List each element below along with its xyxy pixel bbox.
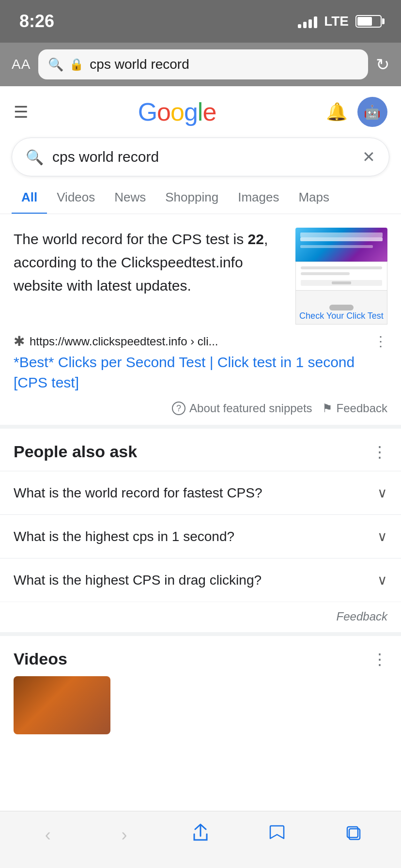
back-icon: ‹ bbox=[45, 825, 51, 845]
search-input[interactable]: cps world record bbox=[52, 149, 354, 165]
snippet-link[interactable]: *Best* Clicks per Second Test | Click te… bbox=[14, 352, 387, 393]
status-icons: LTE bbox=[298, 14, 382, 29]
paa-item-2[interactable]: What is the highest cps in 1 second? ∨ bbox=[0, 514, 401, 558]
feedback-icon: ⚑ bbox=[322, 402, 333, 415]
tabs-icon bbox=[344, 824, 362, 846]
url-lock-icon: 🔒 bbox=[69, 58, 84, 71]
browser-bar: AA 🔍 🔒 cps world record ↻ bbox=[0, 43, 401, 86]
paa-item-1[interactable]: What is the world record for fastest CPS… bbox=[0, 471, 401, 514]
videos-section: Videos ⋮ bbox=[0, 636, 401, 734]
paa-chevron-1: ∨ bbox=[377, 485, 387, 501]
people-also-ask-section: People also ask ⋮ What is the world reco… bbox=[0, 429, 401, 636]
hamburger-icon[interactable]: ☰ bbox=[14, 102, 28, 122]
video-thumbnail-1[interactable] bbox=[14, 676, 110, 734]
bookmarks-button[interactable] bbox=[258, 821, 296, 850]
search-box-area: 🔍 cps world record ✕ bbox=[0, 138, 401, 176]
paa-header: People also ask ⋮ bbox=[0, 442, 401, 471]
snippet-text: The world record for the CPS test is 22,… bbox=[14, 228, 286, 297]
search-icon: 🔍 bbox=[26, 149, 44, 166]
snippet-img-top bbox=[295, 228, 387, 262]
tab-all[interactable]: All bbox=[12, 181, 47, 214]
snippet-img-caption: Check Your Click Test bbox=[296, 311, 387, 321]
lte-label: LTE bbox=[324, 14, 349, 29]
paa-question-1: What is the world record for fastest CPS… bbox=[14, 485, 262, 501]
bell-icon[interactable]: 🔔 bbox=[326, 102, 348, 122]
feedback-button[interactable]: ⚑ Feedback bbox=[322, 402, 387, 415]
videos-title: Videos bbox=[14, 650, 67, 668]
about-icon: ? bbox=[172, 402, 185, 415]
snippet-image: Check Your Click Test bbox=[295, 228, 387, 325]
share-icon bbox=[192, 823, 209, 846]
tab-news[interactable]: News bbox=[105, 181, 155, 214]
forward-button[interactable]: › bbox=[105, 821, 143, 850]
share-button[interactable] bbox=[181, 821, 220, 850]
status-time: 8:26 bbox=[19, 11, 54, 31]
videos-header: Videos ⋮ bbox=[14, 650, 387, 668]
status-bar: 8:26 LTE bbox=[0, 0, 401, 43]
source-url: https://www.clickspeedtest.info › cli... bbox=[30, 335, 369, 348]
snippet-footer: ? About featured snippets ⚑ Feedback bbox=[14, 402, 387, 415]
browser-url-area[interactable]: 🔍 🔒 cps world record bbox=[38, 49, 368, 79]
paa-item-3[interactable]: What is the highest CPS in drag clicking… bbox=[0, 558, 401, 602]
snippet-img-bottom: Check Your Click Test bbox=[295, 291, 387, 325]
bottom-navigation: ‹ › bbox=[0, 811, 401, 868]
google-header: ☰ Google 🔔 🤖 bbox=[0, 86, 401, 138]
paa-chevron-2: ∨ bbox=[377, 528, 387, 544]
bookmarks-icon bbox=[268, 824, 286, 846]
avatar-image: 🤖 bbox=[364, 104, 381, 120]
featured-snippet: The world record for the CPS test is 22,… bbox=[0, 214, 401, 429]
battery-icon bbox=[355, 15, 382, 28]
url-text: cps world record bbox=[90, 57, 358, 72]
browser-refresh-icon[interactable]: ↻ bbox=[376, 55, 389, 74]
url-search-icon: 🔍 bbox=[48, 57, 63, 72]
google-logo: Google bbox=[138, 97, 216, 126]
browser-aa[interactable]: AA bbox=[12, 57, 31, 72]
about-snippets-btn[interactable]: ? About featured snippets bbox=[172, 402, 312, 415]
signal-icon bbox=[298, 15, 317, 28]
search-tabs: All Videos News Shopping Images Maps bbox=[0, 181, 401, 214]
snippet-content: The world record for the CPS test is 22,… bbox=[14, 228, 387, 325]
tab-maps[interactable]: Maps bbox=[289, 181, 339, 214]
paa-feedback[interactable]: Feedback bbox=[0, 602, 401, 632]
tabs-button[interactable] bbox=[334, 821, 372, 850]
tab-images[interactable]: Images bbox=[228, 181, 289, 214]
feedback-label: Feedback bbox=[337, 402, 387, 415]
tab-videos[interactable]: Videos bbox=[47, 181, 105, 214]
about-snippets-label: About featured snippets bbox=[189, 402, 312, 415]
paa-question-2: What is the highest cps in 1 second? bbox=[14, 529, 234, 544]
paa-more-dots[interactable]: ⋮ bbox=[372, 443, 387, 461]
source-more-icon[interactable]: ⋮ bbox=[374, 333, 387, 349]
snippet-img-middle bbox=[295, 262, 387, 291]
paa-chevron-3: ∨ bbox=[377, 572, 387, 588]
source-favicon: ✱ bbox=[14, 333, 25, 349]
snippet-source: ✱ https://www.clickspeedtest.info › cli.… bbox=[14, 333, 387, 349]
search-clear-icon[interactable]: ✕ bbox=[362, 148, 375, 166]
header-icons: 🔔 🤖 bbox=[326, 97, 387, 127]
back-button[interactable]: ‹ bbox=[29, 821, 67, 850]
avatar[interactable]: 🤖 bbox=[357, 97, 387, 127]
forward-icon: › bbox=[121, 825, 127, 845]
paa-question-3: What is the highest CPS in drag clicking… bbox=[14, 573, 262, 588]
paa-title: People also ask bbox=[14, 442, 137, 461]
tab-shopping[interactable]: Shopping bbox=[155, 181, 228, 214]
videos-more-dots[interactable]: ⋮ bbox=[372, 650, 387, 668]
search-box[interactable]: 🔍 cps world record ✕ bbox=[12, 138, 389, 176]
